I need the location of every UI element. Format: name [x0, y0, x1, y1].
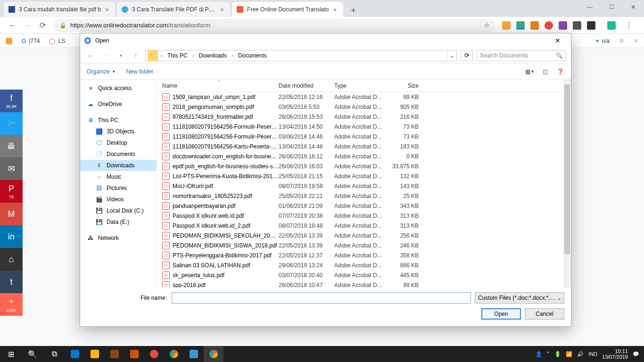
new-tab-button[interactable]: + — [347, 4, 360, 17]
file-row[interactable]: epdf.pub_english-for-business-studies-st… — [157, 161, 571, 171]
url-field[interactable]: 🔒 https://www.onlinedoctranslator.com/tr… — [54, 19, 495, 32]
tray-up-icon[interactable]: ˄ — [547, 351, 550, 357]
nav-recent-icon[interactable]: ▾ — [115, 50, 126, 61]
nav-reload-button[interactable]: ⟳ — [35, 18, 50, 33]
tab-close-icon[interactable]: × — [219, 6, 225, 13]
chevron-right-icon[interactable]: › — [160, 52, 164, 59]
social-share-button[interactable]: 🐦 — [0, 112, 23, 135]
file-row[interactable]: PEDOMAN_BIDIKMISI_SEKOLAH_2018.pdf22/05/… — [157, 230, 571, 240]
new-folder-button[interactable]: New folder — [126, 68, 153, 75]
filetype-select[interactable]: Custom Files (*.doc;*.docx;*.xls, ⌄ — [475, 292, 564, 304]
scrollbar[interactable] — [563, 80, 571, 288]
file-row[interactable]: Passpod X idkurir.web.id_2.pdf08/07/2019… — [157, 221, 571, 230]
dialog-close-button[interactable]: ✕ — [548, 35, 567, 46]
file-row[interactable]: Salinan 03 SOAL LATIHAN.pdf29/06/2019 13… — [157, 260, 571, 270]
bookmark-item[interactable]: G|774 — [22, 38, 40, 44]
taskbar-app[interactable] — [164, 346, 184, 362]
browser-tab-active[interactable]: Free Online Document Translato × — [232, 2, 343, 17]
taskbar-app[interactable] — [124, 346, 144, 362]
action-center-icon[interactable]: 💬 — [633, 351, 639, 357]
col-size[interactable]: Size — [390, 82, 424, 89]
filename-input[interactable] — [172, 292, 471, 304]
file-row[interactable]: Passpod X idkurir.web.id.pdf07/07/2019 2… — [157, 211, 571, 221]
file-row[interactable]: 2018_pengumuman_snmptn.pdf03/05/2018 5:5… — [157, 102, 571, 112]
breadcrumb-dropdown[interactable]: ⌄ — [447, 50, 456, 61]
breadcrumb-segment[interactable]: Documents — [234, 50, 271, 61]
nav-up-icon[interactable]: ↑ — [130, 50, 141, 61]
taskbar-app[interactable] — [144, 346, 164, 362]
tree-item[interactable]: 🖼Pictures — [80, 182, 156, 194]
extension-icon[interactable] — [607, 21, 616, 30]
tab-close-icon[interactable]: × — [104, 6, 110, 13]
file-row[interactable]: 9780521743419_frontmatter.pdf26/06/2019 … — [157, 112, 571, 122]
start-button[interactable]: ⊞ — [0, 346, 22, 362]
tree-this-pc[interactable]: 🖥This PC — [80, 115, 156, 126]
battery-icon[interactable]: 🔋 — [554, 351, 561, 357]
tab-close-icon[interactable]: × — [332, 6, 339, 13]
taskbar-app[interactable] — [85, 346, 105, 362]
col-date[interactable]: Date modified — [279, 82, 334, 89]
nav-forward-button[interactable]: → — [20, 18, 35, 33]
taskbar-app[interactable] — [184, 346, 204, 362]
file-row[interactable]: 1118108020791564256-Formulir-Peserta-...… — [157, 122, 571, 132]
file-row[interactable]: PEDOMAN_BIDIKMISI_SISWA_2018.pdf22/05/20… — [157, 240, 571, 250]
system-clock[interactable]: 10:11 13/07/2019 — [602, 348, 628, 360]
file-row[interactable]: 1118108020791564256-Kartu-Peserta-Bidi..… — [157, 141, 571, 151]
tree-onedrive[interactable]: ☁OneDrive — [80, 99, 156, 110]
extension-icon[interactable] — [587, 21, 595, 30]
window-minimize-button[interactable]: — — [579, 0, 601, 14]
breadcrumb[interactable]: 📁 › This PC › Downloads › Documents ⌄ — [145, 50, 457, 61]
nav-back-button[interactable]: ← — [5, 18, 20, 33]
social-share-button[interactable]: P79 — [0, 180, 23, 203]
social-share-button[interactable]: 🖶 — [0, 135, 23, 157]
tree-item-selected[interactable]: ⬇Downloads — [80, 160, 156, 171]
file-row[interactable]: panduanpembayaran.pdf01/06/2018 21:09Ado… — [157, 201, 571, 211]
close-icon[interactable]: ✕ — [634, 38, 638, 44]
tree-item[interactable]: 🖵Desktop — [80, 137, 156, 148]
bookmark-star-icon[interactable]: ☆ — [484, 22, 490, 29]
col-name[interactable]: Name — [162, 82, 279, 89]
tray-icon[interactable]: 👤 — [536, 351, 542, 357]
language-indicator[interactable]: IND — [588, 351, 597, 357]
file-row[interactable]: MoU-IDKurir.pdf08/07/2019 19:59Adobe Acr… — [157, 181, 571, 191]
breadcrumb-segment[interactable]: Downloads — [195, 50, 231, 61]
file-row[interactable]: docdownloader.com_english-for-busine...2… — [157, 151, 571, 161]
social-share-button[interactable]: M — [0, 203, 23, 225]
taskbar-app-active[interactable] — [204, 346, 223, 362]
bookmark-item[interactable]: ◯LS — [49, 38, 65, 44]
extension-icon[interactable] — [573, 21, 581, 30]
tree-quick-access[interactable]: ★Quick access — [80, 82, 156, 94]
social-share-button[interactable]: +216K — [0, 293, 23, 316]
browser-tab[interactable]: 3 Cara mudah translate file pdf b × — [4, 2, 115, 17]
file-row[interactable]: List-PTS-Penerima-Kuota-Bidikmisi-2018..… — [157, 171, 571, 181]
volume-icon[interactable]: 🔊 — [577, 351, 584, 357]
extension-icon[interactable] — [530, 21, 539, 30]
social-share-button[interactable]: t — [0, 271, 23, 293]
preview-pane-icon[interactable]: ◫ — [541, 67, 549, 76]
tree-item[interactable]: 💾Local Disk (C:) — [80, 205, 156, 216]
tree-item[interactable]: 🎬Videos — [80, 194, 156, 205]
file-row[interactable]: spp-2018.pdf26/06/2018 10:47Adobe Acroba… — [157, 280, 571, 288]
browser-menu-button[interactable]: ⋮ — [621, 18, 636, 33]
help-icon[interactable]: ❓ — [556, 67, 564, 76]
nav-forward-icon[interactable]: → — [100, 50, 111, 61]
tree-network[interactable]: 🖧Network — [80, 232, 156, 244]
file-row[interactable]: PTS-Penyelenggara-Bidikmisi-2017.pdf22/0… — [157, 250, 571, 260]
window-close-button[interactable]: ✕ — [622, 0, 644, 14]
extension-icon[interactable] — [559, 21, 567, 30]
extension-icon[interactable] — [545, 21, 553, 30]
tree-item[interactable]: 🟦3D Objects — [80, 126, 156, 137]
social-share-button[interactable]: ⌂ — [0, 248, 23, 271]
file-row[interactable]: sk_peserta_lulus.pdf03/07/2018 20:40Adob… — [157, 270, 571, 280]
view-options-icon[interactable]: ▦ ▼ — [526, 67, 534, 76]
file-row[interactable]: nomortransaksi_180525223.pdf25/05/2018 2… — [157, 191, 571, 201]
nav-back-icon[interactable]: ← — [85, 50, 96, 61]
search-button[interactable]: 🔍 — [22, 346, 43, 362]
extension-icon[interactable] — [516, 21, 525, 30]
file-row[interactable]: 1118108020791564256-Formulir-Peserta-...… — [157, 132, 571, 141]
file-row[interactable]: 1509_lampiran_utul_umpn_1.pdf22/05/2018 … — [157, 92, 571, 102]
window-maximize-button[interactable]: ☐ — [601, 0, 622, 14]
social-share-button[interactable]: in — [0, 225, 23, 248]
tree-item[interactable]: 💾Data (E:) — [80, 216, 156, 228]
search-input[interactable]: Search Documents 🔍 — [477, 50, 566, 61]
